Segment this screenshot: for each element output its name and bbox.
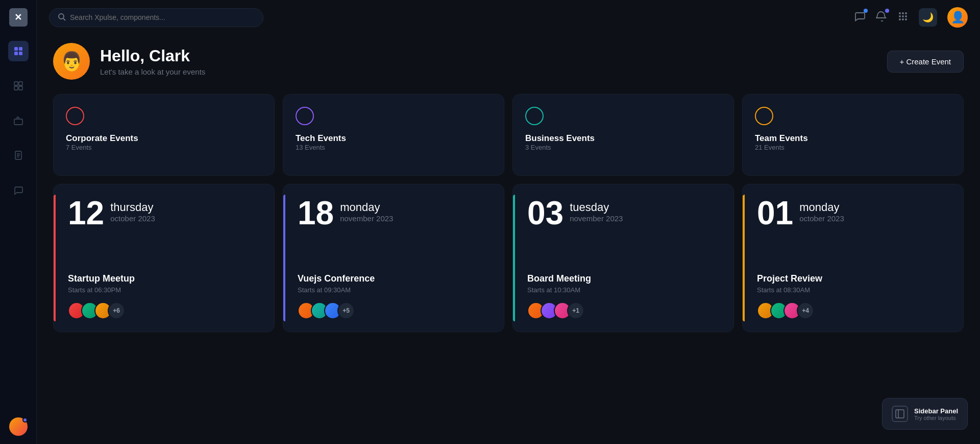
avatar-notification-dot xyxy=(22,417,28,423)
sidebar-user-avatar[interactable] xyxy=(9,417,28,436)
panel-layout-icon xyxy=(892,406,908,422)
user-avatar-header[interactable]: 👤 xyxy=(947,7,968,28)
attendees-row: +1 xyxy=(527,302,721,319)
welcome-section: 👨 Hello, Clark Let's take a look at your… xyxy=(53,43,964,80)
business-icon xyxy=(525,107,544,125)
svg-line-14 xyxy=(63,18,65,20)
svg-point-22 xyxy=(899,18,901,20)
event-name: Board Meeting xyxy=(527,273,721,284)
tech-icon xyxy=(296,107,314,125)
attendee-count: +1 xyxy=(567,302,584,319)
greeting-text: Hello, Clark xyxy=(100,46,205,65)
event-details: Startup Meetup Starts at 06:30PM +6 xyxy=(68,273,262,319)
event-card-project-review[interactable]: 01 monday october 2023 Project Review St… xyxy=(742,184,964,332)
create-event-button[interactable]: + Create Event xyxy=(887,51,964,73)
date-month: october 2023 xyxy=(110,214,155,223)
theme-toggle[interactable]: 🌙 xyxy=(919,8,937,27)
team-name: Team Events xyxy=(755,133,951,144)
date-number: 03 xyxy=(527,197,564,229)
svg-point-20 xyxy=(902,15,904,17)
search-bar[interactable] xyxy=(49,8,263,27)
search-icon xyxy=(58,13,66,22)
svg-point-16 xyxy=(899,12,901,14)
bell-notification-icon[interactable] xyxy=(876,11,887,25)
event-time: Starts at 10:30AM xyxy=(527,286,721,294)
category-card-tech[interactable]: Tech Events 13 Events xyxy=(283,94,504,176)
svg-rect-2 xyxy=(14,52,18,55)
date-day: thursday xyxy=(110,201,155,214)
svg-point-21 xyxy=(905,15,907,17)
corporate-name: Corporate Events xyxy=(66,133,262,144)
svg-point-24 xyxy=(905,18,907,20)
attendees-row: +5 xyxy=(298,302,492,319)
sidebar-item-chat[interactable] xyxy=(8,180,29,200)
svg-rect-6 xyxy=(14,86,18,90)
panel-text: Sidebar Panel Try other layouts xyxy=(914,407,958,421)
attendee-count: +6 xyxy=(108,302,125,319)
category-card-corporate[interactable]: Corporate Events 7 Events xyxy=(53,94,275,176)
svg-rect-5 xyxy=(19,82,22,85)
event-details: Vuejs Conference Starts at 09:30AM +5 xyxy=(298,273,492,319)
page-content: 👨 Hello, Clark Let's take a look at your… xyxy=(37,35,980,444)
date-day: monday xyxy=(340,201,393,214)
event-card-board-meeting[interactable]: 03 tuesday november 2023 Board Meeting S… xyxy=(512,184,734,332)
svg-rect-4 xyxy=(14,82,18,85)
date-info: thursday october 2023 xyxy=(110,197,155,223)
team-icon xyxy=(755,107,773,125)
date-header: 18 monday november 2023 xyxy=(298,197,492,229)
panel-subtitle: Try other layouts xyxy=(914,415,958,421)
card-accent-bar xyxy=(513,195,515,321)
sidebar-item-briefcase[interactable] xyxy=(8,110,29,131)
team-count: 21 Events xyxy=(755,144,951,151)
category-card-business[interactable]: Business Events 3 Events xyxy=(512,94,734,176)
welcome-text: Hello, Clark Let's take a look at your e… xyxy=(100,46,205,76)
attendee-count: +5 xyxy=(337,302,355,319)
search-input[interactable] xyxy=(70,13,255,21)
card-accent-bar xyxy=(54,195,56,321)
apps-icon[interactable] xyxy=(897,11,909,25)
app-logo[interactable] xyxy=(9,8,28,27)
event-time: Starts at 06:30PM xyxy=(68,286,262,294)
svg-rect-8 xyxy=(14,119,22,125)
category-card-team[interactable]: Team Events 21 Events xyxy=(742,94,964,176)
welcome-avatar: 👨 xyxy=(53,43,90,80)
header-actions: 🌙 👤 xyxy=(854,7,968,28)
main-content: 🌙 👤 👨 Hello, Clark Let's take a look at … xyxy=(37,0,980,444)
sidebar-item-grid[interactable] xyxy=(8,76,29,96)
sidebar-item-dashboard[interactable] xyxy=(8,41,29,61)
svg-point-18 xyxy=(905,12,907,14)
attendees-row: +6 xyxy=(68,302,262,319)
event-name: Vuejs Conference xyxy=(298,273,492,284)
date-info: monday october 2023 xyxy=(799,197,844,223)
card-accent-bar xyxy=(743,195,745,321)
date-day: monday xyxy=(799,201,844,214)
chat-notification-icon[interactable] xyxy=(854,11,866,25)
svg-point-13 xyxy=(59,14,64,19)
event-details: Project Review Starts at 08:30AM +4 xyxy=(757,273,951,319)
sidebar-panel-hint[interactable]: Sidebar Panel Try other layouts xyxy=(882,398,968,430)
event-time: Starts at 08:30AM xyxy=(757,286,951,294)
event-time: Starts at 09:30AM xyxy=(298,286,492,294)
date-month: november 2023 xyxy=(340,214,393,223)
date-header: 03 tuesday november 2023 xyxy=(527,197,721,229)
svg-rect-1 xyxy=(19,47,22,51)
app-header: 🌙 👤 xyxy=(37,0,980,35)
attendees-row: +4 xyxy=(757,302,951,319)
moon-icon: 🌙 xyxy=(922,12,934,23)
event-name: Project Review xyxy=(757,273,951,284)
bell-badge xyxy=(885,9,889,13)
business-name: Business Events xyxy=(525,133,721,144)
sidebar-item-note[interactable] xyxy=(8,145,29,166)
svg-rect-3 xyxy=(19,52,22,55)
svg-rect-7 xyxy=(19,86,22,90)
svg-point-17 xyxy=(902,12,904,14)
svg-rect-0 xyxy=(14,47,18,51)
sidebar xyxy=(0,0,37,444)
event-card-vuejs-conference[interactable]: 18 monday november 2023 Vuejs Conference… xyxy=(283,184,504,332)
date-info: tuesday november 2023 xyxy=(570,197,623,223)
business-count: 3 Events xyxy=(525,144,721,151)
event-card-startup-meetup[interactable]: 12 thursday october 2023 Startup Meetup … xyxy=(53,184,275,332)
greeting-subtitle: Let's take a look at your events xyxy=(100,67,205,76)
event-details: Board Meeting Starts at 10:30AM +1 xyxy=(527,273,721,319)
svg-point-23 xyxy=(902,18,904,20)
